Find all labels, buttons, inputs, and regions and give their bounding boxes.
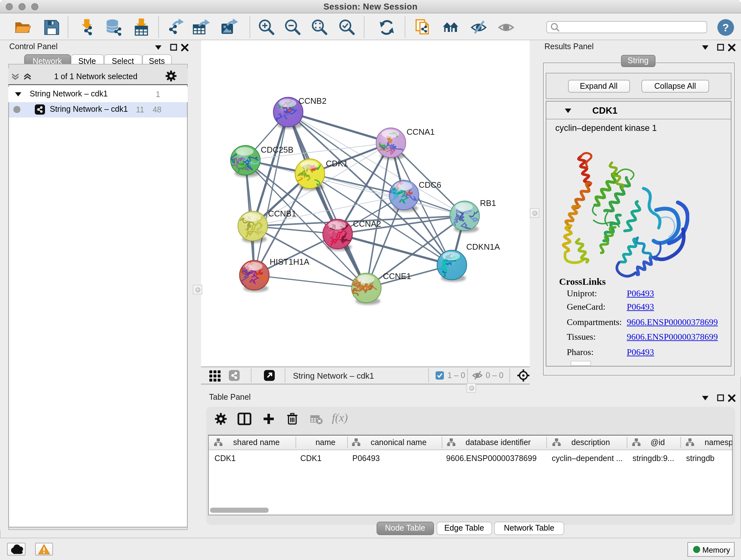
svg-text:?: ?	[723, 21, 729, 34]
svg-text:RB1: RB1	[480, 198, 496, 208]
svg-text:CDC25B: CDC25B	[260, 145, 293, 154]
svg-text:CCNE1: CCNE1	[383, 271, 411, 281]
svg-text:CCNA2: CCNA2	[353, 219, 381, 229]
svg-text:CDC6: CDC6	[418, 180, 441, 190]
svg-text:CCNA1: CCNA1	[406, 127, 434, 137]
svg-text:HIST1H1A: HIST1H1A	[269, 257, 309, 266]
svg-text:CDKN1A: CDKN1A	[466, 242, 500, 252]
svg-text:CCNB2: CCNB2	[298, 96, 326, 106]
svg-text:CDK1: CDK1	[326, 159, 347, 168]
svg-text:CCNB1: CCNB1	[268, 209, 296, 219]
